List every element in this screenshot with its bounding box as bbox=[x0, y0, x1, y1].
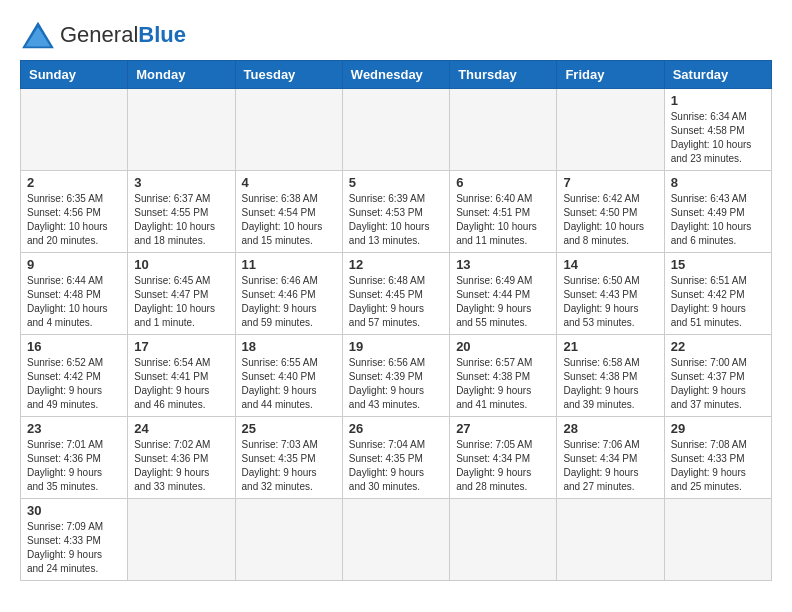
calendar-day-cell: 21Sunrise: 6:58 AM Sunset: 4:38 PM Dayli… bbox=[557, 335, 664, 417]
calendar-day-cell: 1Sunrise: 6:34 AM Sunset: 4:58 PM Daylig… bbox=[664, 89, 771, 171]
day-number: 19 bbox=[349, 339, 443, 354]
day-number: 20 bbox=[456, 339, 550, 354]
calendar-week-row: 23Sunrise: 7:01 AM Sunset: 4:36 PM Dayli… bbox=[21, 417, 772, 499]
calendar-header-row: SundayMondayTuesdayWednesdayThursdayFrid… bbox=[21, 61, 772, 89]
weekday-header-saturday: Saturday bbox=[664, 61, 771, 89]
calendar-day-cell: 2Sunrise: 6:35 AM Sunset: 4:56 PM Daylig… bbox=[21, 171, 128, 253]
calendar-day-cell: 10Sunrise: 6:45 AM Sunset: 4:47 PM Dayli… bbox=[128, 253, 235, 335]
day-number: 2 bbox=[27, 175, 121, 190]
day-number: 28 bbox=[563, 421, 657, 436]
day-number: 11 bbox=[242, 257, 336, 272]
calendar-day-cell: 28Sunrise: 7:06 AM Sunset: 4:34 PM Dayli… bbox=[557, 417, 664, 499]
calendar-day-cell bbox=[664, 499, 771, 581]
day-info: Sunrise: 6:49 AM Sunset: 4:44 PM Dayligh… bbox=[456, 274, 550, 330]
day-info: Sunrise: 7:00 AM Sunset: 4:37 PM Dayligh… bbox=[671, 356, 765, 412]
calendar-day-cell bbox=[450, 89, 557, 171]
day-info: Sunrise: 7:01 AM Sunset: 4:36 PM Dayligh… bbox=[27, 438, 121, 494]
calendar-day-cell: 16Sunrise: 6:52 AM Sunset: 4:42 PM Dayli… bbox=[21, 335, 128, 417]
weekday-header-thursday: Thursday bbox=[450, 61, 557, 89]
calendar-day-cell: 19Sunrise: 6:56 AM Sunset: 4:39 PM Dayli… bbox=[342, 335, 449, 417]
calendar-day-cell: 8Sunrise: 6:43 AM Sunset: 4:49 PM Daylig… bbox=[664, 171, 771, 253]
day-info: Sunrise: 6:46 AM Sunset: 4:46 PM Dayligh… bbox=[242, 274, 336, 330]
calendar-day-cell bbox=[128, 499, 235, 581]
calendar-day-cell: 5Sunrise: 6:39 AM Sunset: 4:53 PM Daylig… bbox=[342, 171, 449, 253]
calendar-day-cell bbox=[21, 89, 128, 171]
day-number: 4 bbox=[242, 175, 336, 190]
calendar-day-cell bbox=[128, 89, 235, 171]
calendar-week-row: 1Sunrise: 6:34 AM Sunset: 4:58 PM Daylig… bbox=[21, 89, 772, 171]
calendar-day-cell: 22Sunrise: 7:00 AM Sunset: 4:37 PM Dayli… bbox=[664, 335, 771, 417]
calendar-day-cell: 29Sunrise: 7:08 AM Sunset: 4:33 PM Dayli… bbox=[664, 417, 771, 499]
day-info: Sunrise: 6:43 AM Sunset: 4:49 PM Dayligh… bbox=[671, 192, 765, 248]
calendar-table: SundayMondayTuesdayWednesdayThursdayFrid… bbox=[20, 60, 772, 581]
day-info: Sunrise: 7:09 AM Sunset: 4:33 PM Dayligh… bbox=[27, 520, 121, 576]
calendar-day-cell: 17Sunrise: 6:54 AM Sunset: 4:41 PM Dayli… bbox=[128, 335, 235, 417]
day-number: 12 bbox=[349, 257, 443, 272]
calendar-day-cell: 11Sunrise: 6:46 AM Sunset: 4:46 PM Dayli… bbox=[235, 253, 342, 335]
calendar-day-cell: 4Sunrise: 6:38 AM Sunset: 4:54 PM Daylig… bbox=[235, 171, 342, 253]
day-info: Sunrise: 6:51 AM Sunset: 4:42 PM Dayligh… bbox=[671, 274, 765, 330]
day-number: 13 bbox=[456, 257, 550, 272]
day-info: Sunrise: 7:03 AM Sunset: 4:35 PM Dayligh… bbox=[242, 438, 336, 494]
page-header: GeneralBlue bbox=[20, 20, 772, 50]
weekday-header-tuesday: Tuesday bbox=[235, 61, 342, 89]
calendar-day-cell: 12Sunrise: 6:48 AM Sunset: 4:45 PM Dayli… bbox=[342, 253, 449, 335]
day-number: 18 bbox=[242, 339, 336, 354]
calendar-day-cell: 7Sunrise: 6:42 AM Sunset: 4:50 PM Daylig… bbox=[557, 171, 664, 253]
day-number: 21 bbox=[563, 339, 657, 354]
day-info: Sunrise: 6:45 AM Sunset: 4:47 PM Dayligh… bbox=[134, 274, 228, 330]
day-info: Sunrise: 7:04 AM Sunset: 4:35 PM Dayligh… bbox=[349, 438, 443, 494]
calendar-day-cell bbox=[557, 89, 664, 171]
calendar-day-cell bbox=[235, 499, 342, 581]
day-info: Sunrise: 6:44 AM Sunset: 4:48 PM Dayligh… bbox=[27, 274, 121, 330]
weekday-header-friday: Friday bbox=[557, 61, 664, 89]
day-info: Sunrise: 6:52 AM Sunset: 4:42 PM Dayligh… bbox=[27, 356, 121, 412]
calendar-day-cell: 6Sunrise: 6:40 AM Sunset: 4:51 PM Daylig… bbox=[450, 171, 557, 253]
day-info: Sunrise: 6:42 AM Sunset: 4:50 PM Dayligh… bbox=[563, 192, 657, 248]
calendar-day-cell: 24Sunrise: 7:02 AM Sunset: 4:36 PM Dayli… bbox=[128, 417, 235, 499]
day-info: Sunrise: 6:40 AM Sunset: 4:51 PM Dayligh… bbox=[456, 192, 550, 248]
calendar-day-cell bbox=[342, 499, 449, 581]
day-number: 9 bbox=[27, 257, 121, 272]
weekday-header-monday: Monday bbox=[128, 61, 235, 89]
calendar-week-row: 16Sunrise: 6:52 AM Sunset: 4:42 PM Dayli… bbox=[21, 335, 772, 417]
day-number: 24 bbox=[134, 421, 228, 436]
weekday-header-sunday: Sunday bbox=[21, 61, 128, 89]
calendar-day-cell bbox=[235, 89, 342, 171]
calendar-day-cell: 13Sunrise: 6:49 AM Sunset: 4:44 PM Dayli… bbox=[450, 253, 557, 335]
calendar-day-cell: 23Sunrise: 7:01 AM Sunset: 4:36 PM Dayli… bbox=[21, 417, 128, 499]
day-number: 27 bbox=[456, 421, 550, 436]
day-info: Sunrise: 6:58 AM Sunset: 4:38 PM Dayligh… bbox=[563, 356, 657, 412]
day-info: Sunrise: 7:06 AM Sunset: 4:34 PM Dayligh… bbox=[563, 438, 657, 494]
calendar-week-row: 30Sunrise: 7:09 AM Sunset: 4:33 PM Dayli… bbox=[21, 499, 772, 581]
calendar-day-cell: 30Sunrise: 7:09 AM Sunset: 4:33 PM Dayli… bbox=[21, 499, 128, 581]
day-info: Sunrise: 7:08 AM Sunset: 4:33 PM Dayligh… bbox=[671, 438, 765, 494]
weekday-header-wednesday: Wednesday bbox=[342, 61, 449, 89]
calendar-day-cell: 3Sunrise: 6:37 AM Sunset: 4:55 PM Daylig… bbox=[128, 171, 235, 253]
day-info: Sunrise: 6:54 AM Sunset: 4:41 PM Dayligh… bbox=[134, 356, 228, 412]
day-number: 30 bbox=[27, 503, 121, 518]
calendar-week-row: 9Sunrise: 6:44 AM Sunset: 4:48 PM Daylig… bbox=[21, 253, 772, 335]
day-info: Sunrise: 6:37 AM Sunset: 4:55 PM Dayligh… bbox=[134, 192, 228, 248]
calendar-day-cell bbox=[557, 499, 664, 581]
day-number: 3 bbox=[134, 175, 228, 190]
day-number: 5 bbox=[349, 175, 443, 190]
logo-text: GeneralBlue bbox=[60, 22, 186, 48]
calendar-day-cell: 27Sunrise: 7:05 AM Sunset: 4:34 PM Dayli… bbox=[450, 417, 557, 499]
day-info: Sunrise: 6:35 AM Sunset: 4:56 PM Dayligh… bbox=[27, 192, 121, 248]
day-number: 1 bbox=[671, 93, 765, 108]
day-info: Sunrise: 6:55 AM Sunset: 4:40 PM Dayligh… bbox=[242, 356, 336, 412]
day-info: Sunrise: 6:50 AM Sunset: 4:43 PM Dayligh… bbox=[563, 274, 657, 330]
day-number: 29 bbox=[671, 421, 765, 436]
calendar-week-row: 2Sunrise: 6:35 AM Sunset: 4:56 PM Daylig… bbox=[21, 171, 772, 253]
calendar-day-cell: 18Sunrise: 6:55 AM Sunset: 4:40 PM Dayli… bbox=[235, 335, 342, 417]
logo-icon bbox=[20, 20, 56, 50]
calendar-day-cell: 25Sunrise: 7:03 AM Sunset: 4:35 PM Dayli… bbox=[235, 417, 342, 499]
logo: GeneralBlue bbox=[20, 20, 186, 50]
day-info: Sunrise: 6:34 AM Sunset: 4:58 PM Dayligh… bbox=[671, 110, 765, 166]
day-number: 6 bbox=[456, 175, 550, 190]
day-info: Sunrise: 7:05 AM Sunset: 4:34 PM Dayligh… bbox=[456, 438, 550, 494]
day-info: Sunrise: 6:48 AM Sunset: 4:45 PM Dayligh… bbox=[349, 274, 443, 330]
day-info: Sunrise: 7:02 AM Sunset: 4:36 PM Dayligh… bbox=[134, 438, 228, 494]
calendar-day-cell: 26Sunrise: 7:04 AM Sunset: 4:35 PM Dayli… bbox=[342, 417, 449, 499]
